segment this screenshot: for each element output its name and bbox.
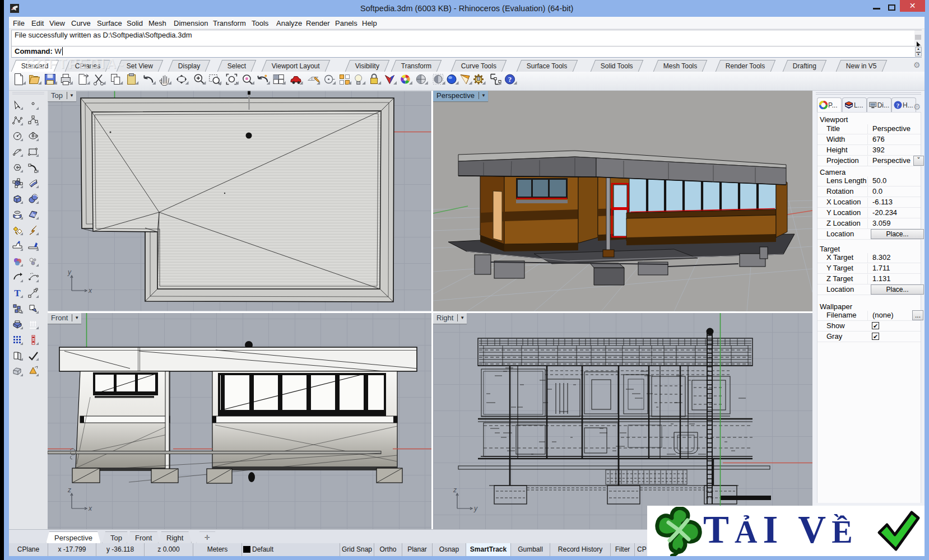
svg-text:y: y	[67, 268, 72, 276]
svg-text:x: x	[88, 287, 92, 295]
svg-text:?: ?	[897, 102, 900, 109]
svg-text:T: T	[14, 288, 21, 298]
svg-text:z: z	[67, 486, 71, 494]
svg-text:z: z	[453, 486, 457, 494]
svg-text:x: x	[88, 505, 92, 512]
svg-text:y: y	[473, 505, 478, 512]
svg-text:?: ?	[508, 75, 512, 83]
